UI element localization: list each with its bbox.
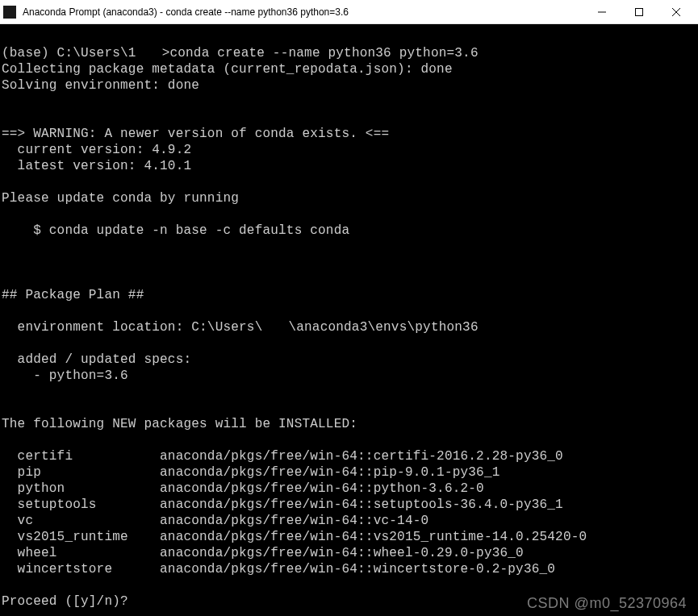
env-location: environment location: C:\Users\\anaconda… <box>2 320 479 335</box>
output-line: Solving environment: done <box>2 78 199 93</box>
output-line: latest version: 4.10.1 <box>2 159 191 173</box>
output-line: current version: 4.9.2 <box>2 143 191 157</box>
window-titlebar: Anaconda Prompt (anaconda3) - conda crea… <box>0 0 698 24</box>
output-line: added / updated specs: <box>2 352 191 367</box>
redacted-user <box>136 48 162 59</box>
prompt-line: (base) C:\Users\1>conda create --name py… <box>2 46 479 60</box>
output-line: - python=3.6 <box>2 368 128 383</box>
plan-header: ## Package Plan ## <box>2 288 144 302</box>
package-list: certifi anaconda/pkgs/free/win-64::certi… <box>2 449 587 576</box>
proceed-prompt: Proceed ([y]/n)? <box>2 594 128 609</box>
maximize-button[interactable] <box>621 0 658 24</box>
output-line: $ conda update -n base -c defaults conda <box>2 223 349 238</box>
warning-header: ==> WARNING: A newer version of conda ex… <box>2 127 389 141</box>
redacted-user <box>262 322 288 333</box>
window-title: Anaconda Prompt (anaconda3) - conda crea… <box>23 6 583 18</box>
output-line: Collecting package metadata (current_rep… <box>2 62 453 77</box>
minimize-button[interactable] <box>583 0 621 24</box>
close-button[interactable] <box>658 0 695 24</box>
new-packages-header: The following NEW packages will be INSTA… <box>2 417 357 431</box>
terminal-output[interactable]: (base) C:\Users\1>conda create --name py… <box>0 24 698 616</box>
svg-rect-1 <box>636 8 643 15</box>
watermark: CSDN @m0_52370964 <box>527 595 687 611</box>
app-icon <box>3 6 16 19</box>
output-line: Please update conda by running <box>2 191 239 206</box>
